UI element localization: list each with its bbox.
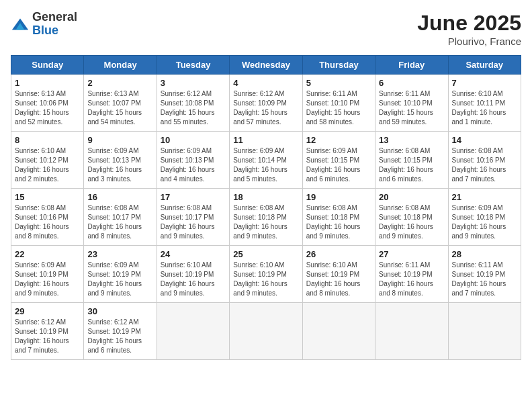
day-number: 12 [306,135,371,145]
day-detail: Sunrise: 6:08 AM Sunset: 10:16 PM Daylig… [15,203,80,241]
day-detail: Sunrise: 6:08 AM Sunset: 10:17 PM Daylig… [161,203,226,241]
day-detail: Sunrise: 6:10 AM Sunset: 10:11 PM Daylig… [452,89,517,127]
column-header-friday: Friday [375,56,448,75]
calendar-cell: 21Sunrise: 6:09 AM Sunset: 10:18 PM Dayl… [448,189,521,246]
calendar-cell: 10Sunrise: 6:09 AM Sunset: 10:13 PM Dayl… [157,132,229,189]
column-header-wednesday: Wednesday [230,56,302,75]
day-number: 28 [452,249,517,259]
day-number: 24 [161,249,226,259]
day-number: 13 [379,135,444,145]
calendar-cell: 15Sunrise: 6:08 AM Sunset: 10:16 PM Dayl… [11,189,84,246]
calendar-cell: 23Sunrise: 6:09 AM Sunset: 10:19 PM Dayl… [84,246,157,303]
calendar-cell: 16Sunrise: 6:08 AM Sunset: 10:17 PM Dayl… [84,189,157,246]
day-number: 16 [87,192,152,202]
day-number: 4 [233,78,298,88]
week-row-1: 1Sunrise: 6:13 AM Sunset: 10:06 PM Dayli… [11,75,521,132]
calendar-cell: 11Sunrise: 6:09 AM Sunset: 10:14 PM Dayl… [230,132,302,189]
column-header-sunday: Sunday [11,56,84,75]
day-detail: Sunrise: 6:13 AM Sunset: 10:07 PM Daylig… [87,89,152,127]
day-number: 25 [233,249,298,259]
calendar-cell: 5Sunrise: 6:11 AM Sunset: 10:10 PM Dayli… [302,75,375,132]
calendar-cell: 18Sunrise: 6:08 AM Sunset: 10:18 PM Dayl… [230,189,302,246]
calendar-cell: 20Sunrise: 6:08 AM Sunset: 10:18 PM Dayl… [375,189,448,246]
day-number: 21 [452,192,517,202]
calendar-cell: 27Sunrise: 6:11 AM Sunset: 10:19 PM Dayl… [375,246,448,303]
calendar-header-row: SundayMondayTuesdayWednesdayThursdayFrid… [11,56,521,75]
calendar-table: SundayMondayTuesdayWednesdayThursdayFrid… [11,55,521,360]
title-block: June 2025 Plourivo, France [417,11,521,47]
day-detail: Sunrise: 6:08 AM Sunset: 10:17 PM Daylig… [87,203,152,241]
day-number: 26 [306,249,371,259]
day-detail: Sunrise: 6:08 AM Sunset: 10:16 PM Daylig… [452,146,517,184]
day-number: 2 [87,78,152,88]
day-number: 6 [379,78,444,88]
day-number: 20 [379,192,444,202]
day-detail: Sunrise: 6:12 AM Sunset: 10:09 PM Daylig… [233,89,298,127]
day-number: 29 [15,306,80,316]
day-number: 22 [15,249,80,259]
day-detail: Sunrise: 6:10 AM Sunset: 10:19 PM Daylig… [161,261,226,298]
week-row-5: 29Sunrise: 6:12 AM Sunset: 10:19 PM Dayl… [11,303,521,360]
day-number: 11 [233,135,298,145]
day-detail: Sunrise: 6:08 AM Sunset: 10:18 PM Daylig… [379,203,444,241]
day-number: 7 [452,78,517,88]
day-detail: Sunrise: 6:09 AM Sunset: 10:13 PM Daylig… [161,146,226,184]
day-detail: Sunrise: 6:09 AM Sunset: 10:18 PM Daylig… [452,203,517,241]
day-detail: Sunrise: 6:08 AM Sunset: 10:18 PM Daylig… [233,203,298,241]
day-number: 5 [306,78,371,88]
calendar-cell [230,303,302,360]
calendar-subtitle: Plourivo, France [417,36,521,47]
week-row-4: 22Sunrise: 6:09 AM Sunset: 10:19 PM Dayl… [11,246,521,303]
day-detail: Sunrise: 6:08 AM Sunset: 10:15 PM Daylig… [379,146,444,184]
day-number: 18 [233,192,298,202]
calendar-cell: 6Sunrise: 6:11 AM Sunset: 10:10 PM Dayli… [375,75,448,132]
calendar-cell: 13Sunrise: 6:08 AM Sunset: 10:15 PM Dayl… [375,132,448,189]
calendar-cell: 7Sunrise: 6:10 AM Sunset: 10:11 PM Dayli… [448,75,521,132]
page-header: General Blue June 2025 Plourivo, France [11,11,521,47]
column-header-saturday: Saturday [448,56,521,75]
calendar-cell [157,303,229,360]
calendar-cell: 12Sunrise: 6:09 AM Sunset: 10:15 PM Dayl… [302,132,375,189]
calendar-cell: 26Sunrise: 6:10 AM Sunset: 10:19 PM Dayl… [302,246,375,303]
calendar-cell: 1Sunrise: 6:13 AM Sunset: 10:06 PM Dayli… [11,75,84,132]
calendar-cell: 30Sunrise: 6:12 AM Sunset: 10:19 PM Dayl… [84,303,157,360]
day-detail: Sunrise: 6:12 AM Sunset: 10:19 PM Daylig… [87,318,152,355]
day-detail: Sunrise: 6:09 AM Sunset: 10:19 PM Daylig… [15,261,80,298]
column-header-tuesday: Tuesday [157,56,229,75]
calendar-cell: 2Sunrise: 6:13 AM Sunset: 10:07 PM Dayli… [84,75,157,132]
calendar-cell: 3Sunrise: 6:12 AM Sunset: 10:08 PM Dayli… [157,75,229,132]
day-number: 15 [15,192,80,202]
calendar-title: June 2025 [417,11,521,36]
calendar-cell: 9Sunrise: 6:09 AM Sunset: 10:13 PM Dayli… [84,132,157,189]
calendar-cell [375,303,448,360]
day-detail: Sunrise: 6:09 AM Sunset: 10:14 PM Daylig… [233,146,298,184]
calendar-cell: 29Sunrise: 6:12 AM Sunset: 10:19 PM Dayl… [11,303,84,360]
logo-icon [11,15,30,34]
week-row-2: 8Sunrise: 6:10 AM Sunset: 10:12 PM Dayli… [11,132,521,189]
day-detail: Sunrise: 6:12 AM Sunset: 10:08 PM Daylig… [161,89,226,127]
day-detail: Sunrise: 6:09 AM Sunset: 10:13 PM Daylig… [87,146,152,184]
column-header-monday: Monday [84,56,157,75]
calendar-cell: 22Sunrise: 6:09 AM Sunset: 10:19 PM Dayl… [11,246,84,303]
calendar-cell: 25Sunrise: 6:10 AM Sunset: 10:19 PM Dayl… [230,246,302,303]
day-detail: Sunrise: 6:11 AM Sunset: 10:10 PM Daylig… [306,89,371,127]
day-detail: Sunrise: 6:13 AM Sunset: 10:06 PM Daylig… [15,89,80,127]
logo: General Blue [11,11,77,38]
calendar-cell [448,303,521,360]
calendar-cell: 14Sunrise: 6:08 AM Sunset: 10:16 PM Dayl… [448,132,521,189]
calendar-cell: 17Sunrise: 6:08 AM Sunset: 10:17 PM Dayl… [157,189,229,246]
calendar-cell: 24Sunrise: 6:10 AM Sunset: 10:19 PM Dayl… [157,246,229,303]
day-number: 19 [306,192,371,202]
calendar-cell: 28Sunrise: 6:11 AM Sunset: 10:19 PM Dayl… [448,246,521,303]
logo-text: General Blue [32,11,77,38]
calendar-cell: 8Sunrise: 6:10 AM Sunset: 10:12 PM Dayli… [11,132,84,189]
day-number: 27 [379,249,444,259]
calendar-cell: 4Sunrise: 6:12 AM Sunset: 10:09 PM Dayli… [230,75,302,132]
day-detail: Sunrise: 6:09 AM Sunset: 10:19 PM Daylig… [87,261,152,298]
day-detail: Sunrise: 6:10 AM Sunset: 10:12 PM Daylig… [15,146,80,184]
day-number: 17 [161,192,226,202]
day-detail: Sunrise: 6:11 AM Sunset: 10:10 PM Daylig… [379,89,444,127]
day-number: 10 [161,135,226,145]
day-detail: Sunrise: 6:11 AM Sunset: 10:19 PM Daylig… [379,261,444,298]
day-number: 30 [87,306,152,316]
